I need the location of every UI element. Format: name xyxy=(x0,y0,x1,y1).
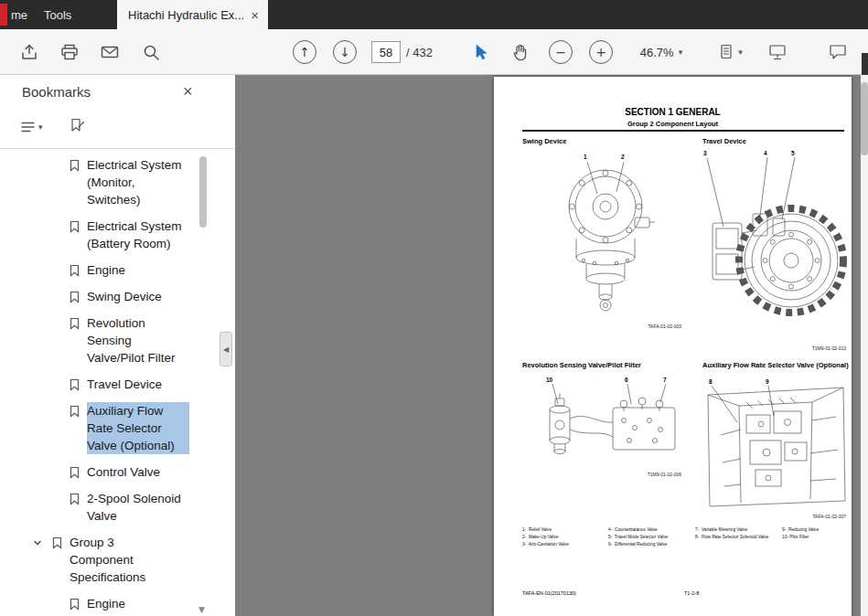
tab-close-icon[interactable]: × xyxy=(251,8,259,22)
search-button[interactable] xyxy=(138,29,164,75)
vertical-scrollbar[interactable] xyxy=(861,75,868,616)
zoom-out-button[interactable]: − xyxy=(549,29,573,75)
select-tool-button[interactable] xyxy=(469,29,493,75)
bookmark-options-button[interactable]: ▾ xyxy=(20,121,43,133)
zoom-level-dropdown[interactable]: 46.7% ▾ xyxy=(633,29,690,75)
minus-icon: − xyxy=(549,40,573,64)
callout-number: 8 xyxy=(709,378,713,385)
zoom-in-button[interactable]: + xyxy=(589,29,613,75)
tab-home[interactable]: me xyxy=(5,0,33,29)
bookmark-item-selected[interactable]: Auxiliary Flow Rate Selector Valve (Opti… xyxy=(0,402,212,454)
options-list-icon xyxy=(20,121,36,133)
arrow-up-icon: ↑ xyxy=(293,40,316,64)
page-number-input[interactable] xyxy=(371,41,401,63)
bookmark-item[interactable]: Swing Device xyxy=(0,288,212,305)
bookmark-icon xyxy=(70,264,80,277)
bookmark-label: 2-Spool Solenoid Valve xyxy=(87,490,189,525)
bookmark-icon xyxy=(70,317,80,330)
callout-number: 6 xyxy=(625,377,628,383)
panel-close-icon[interactable]: × xyxy=(183,82,193,101)
panel-title: Bookmarks xyxy=(22,84,91,100)
arrow-down-icon: ↓ xyxy=(333,40,357,64)
legend-entry: 10- Pilot Filter xyxy=(782,535,846,540)
email-button[interactable] xyxy=(97,29,123,75)
bookmarks-panel: Bookmarks × ▾ Electrical System (Monitor… xyxy=(0,75,235,616)
bookmark-item[interactable]: Electrical System (Battery Room) xyxy=(0,218,212,252)
share-button[interactable] xyxy=(16,29,42,75)
hand-icon xyxy=(511,43,530,61)
cursor-icon xyxy=(473,43,489,61)
bookmark-icon xyxy=(70,220,80,233)
tab-tools[interactable]: Tools xyxy=(38,0,77,29)
bookmark-item[interactable]: Electrical System (Monitor, Switches) xyxy=(0,156,212,208)
collapse-arrow-icon: ◀ xyxy=(223,345,229,354)
bookmark-icon xyxy=(70,598,80,611)
callout-number: 3 xyxy=(703,150,707,156)
plus-icon: + xyxy=(589,40,613,64)
toolbar: ↑ ↓ / 432 − + 46.7% ▾ ▾ xyxy=(0,29,868,75)
document-viewport[interactable]: SECTION 1 GENERAL Group 2 Component Layo… xyxy=(235,75,861,616)
legend-column: 1- Relief Valve 2- Make-Up Valve 3- Anti… xyxy=(522,527,606,548)
expand-current-bookmark-button[interactable] xyxy=(68,117,86,138)
revolution-valve-figure: 10 6 7 xyxy=(521,373,686,475)
figure-title-swing-device: Swing Device xyxy=(522,137,566,145)
bookmark-item[interactable]: Revolution Sensing Valve/Pilot Filter xyxy=(0,314,212,366)
figure-code: T1M9-01-02-013 xyxy=(766,345,846,351)
bookmark-item[interactable]: 2-Spool Solenoid Valve xyxy=(0,490,212,525)
chevron-down-icon[interactable] xyxy=(33,539,42,547)
read-mode-button[interactable] xyxy=(765,29,790,75)
legend-entry: 4- Counterbalance Valve xyxy=(608,527,693,533)
next-page-button[interactable]: ↓ xyxy=(333,29,357,75)
bookmark-item[interactable]: Engine xyxy=(0,595,212,612)
bookmark-item[interactable]: Control Valve xyxy=(0,463,212,481)
section-subtitle: Group 2 Component Layout xyxy=(494,120,852,128)
legend-entry: 9- Reducing Valve xyxy=(782,527,846,533)
page-view-icon xyxy=(717,44,735,60)
previous-page-button[interactable]: ↑ xyxy=(293,29,316,75)
sidebar-scrollbar-thumb[interactable] xyxy=(199,156,207,228)
aux-flow-valve-figure: 8 9 xyxy=(702,375,849,512)
print-icon xyxy=(60,44,79,60)
figure-title-travel-device: Travel Device xyxy=(702,137,746,145)
zoom-level-value: 46.7% xyxy=(640,46,674,59)
legend-entry: 1- Relief Valve xyxy=(522,527,606,533)
bookmark-item[interactable]: Travel Device xyxy=(0,376,212,393)
chevron-down-icon: ▾ xyxy=(38,122,43,132)
bookmark-label: Auxiliary Flow Rate Selector Valve (Opti… xyxy=(87,402,189,454)
page-view-dropdown[interactable]: ▾ xyxy=(712,29,748,75)
pdf-page: SECTION 1 GENERAL Group 2 Component Layo… xyxy=(494,77,852,616)
legend-entry: 3- Anti-Cavitation Valve xyxy=(522,542,606,547)
bookmark-label: Revolution Sensing Valve/Pilot Filter xyxy=(87,314,189,366)
bookmark-icon xyxy=(70,405,80,418)
swing-device-figure: 1 2 xyxy=(532,150,679,325)
page-number-label: T1-2-8 xyxy=(684,590,699,596)
document-code: TAFA-EN-01(20170130) xyxy=(522,590,576,596)
bookmark-icon xyxy=(70,493,80,505)
figure-title-aux-valve: Auxiliary Flow Rate Selector Valve (Opti… xyxy=(702,361,849,369)
tab-document[interactable]: Hitachi Hydraulic Ex... × xyxy=(117,0,268,29)
legend-entry: 6- Differential Reducing Valve xyxy=(608,542,693,547)
figure-legend: 1- Relief Valve 2- Make-Up Valve 3- Anti… xyxy=(522,527,848,558)
bookmark-item[interactable]: Engine xyxy=(0,261,212,279)
bookmark-icon xyxy=(70,466,80,479)
bookmark-group-item[interactable]: Group 3 Component Specifications xyxy=(0,534,212,586)
legend-column: 9- Reducing Valve 10- Pilot Filter xyxy=(782,527,846,542)
tab-document-label: Hitachi Hydraulic Ex... xyxy=(128,8,243,22)
bookmark-list: Electrical System (Monitor, Switches) El… xyxy=(0,156,212,616)
callout-number: 5 xyxy=(791,150,795,156)
sidebar-scroll-down-icon[interactable]: ▼ xyxy=(198,605,205,614)
tab-bar: me Tools Hitachi Hydraulic Ex... × xyxy=(0,0,868,29)
print-button[interactable] xyxy=(57,29,82,75)
bookmark-icon xyxy=(70,159,80,172)
figure-code: TAFA-01-02-007 xyxy=(766,514,846,519)
bookmark-icon xyxy=(70,378,80,391)
presentation-screen-icon xyxy=(768,44,787,60)
scrollbar-thumb[interactable] xyxy=(861,82,868,155)
heading-rule xyxy=(522,130,844,132)
bookmark-label: Swing Device xyxy=(87,288,162,305)
comment-button[interactable] xyxy=(825,29,851,75)
section-title: SECTION 1 GENERAL xyxy=(494,107,852,117)
panel-collapse-button[interactable]: ◀ xyxy=(220,332,232,366)
callout-number: 4 xyxy=(764,150,767,156)
hand-tool-button[interactable] xyxy=(509,29,532,75)
